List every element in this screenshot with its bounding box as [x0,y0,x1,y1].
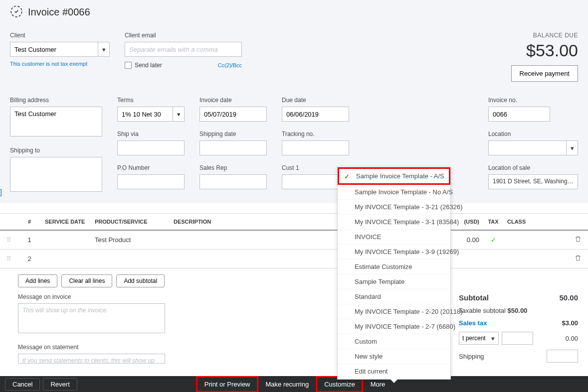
template-option[interactable]: Standard [338,289,450,304]
shipping-to-input[interactable] [10,157,102,192]
row-service-date[interactable] [41,250,91,268]
template-option-label: My INVOICE Template - 3-21 (26326) [355,203,463,211]
tax-exempt-note[interactable]: This customer is not tax exempt [10,61,110,67]
balance-amount: $53.00 [511,41,578,60]
ship-via-label: Ship via [117,131,185,137]
template-option[interactable]: Custom [338,334,450,349]
left-edge-marker-icon: ] [0,188,2,196]
template-option[interactable]: ✓Sample Invoice Template - A/S [338,167,450,185]
clear-all-lines-button[interactable]: Clear all lines [61,274,112,287]
po-number-input[interactable] [117,174,185,189]
sales-tax-link[interactable]: Sales tax [459,319,487,327]
receive-payment-button[interactable]: Receive payment [511,65,578,82]
cc-bcc-link[interactable]: Cc(2)/Bcc [218,62,242,68]
template-option-label: Custom [355,338,377,345]
billing-address-label: Billing address [10,97,102,104]
location-select[interactable] [488,140,578,155]
checkbox-icon[interactable] [125,62,132,69]
terms-select[interactable] [117,107,185,122]
tracking-no-input[interactable] [282,140,349,155]
row-class[interactable] [503,250,568,268]
row-product[interactable]: Test Product [91,230,170,250]
client-label: Client [10,32,110,39]
shipping-label: Shipping [459,353,484,360]
row-tax-check[interactable]: ✓ [483,230,503,250]
row-delete[interactable] [568,230,588,250]
make-recurring-button[interactable]: Make recurring [259,376,316,392]
template-option[interactable]: My INVOICE Template - 2-20 (20118) [338,304,450,319]
template-option[interactable]: My INVOICE Template - 3-1 (83584) [338,215,450,230]
row-class[interactable] [503,230,568,250]
discount-percent-input[interactable] [502,332,533,345]
message-invoice-label: Message on invoice [18,293,165,300]
location-label: Location [488,131,578,137]
balance-due-label: BALANCE DUE [511,32,578,39]
shipping-date-label: Shipping date [199,131,267,137]
invoice-no-label: Invoice no. [488,97,578,104]
customize-template-menu: ✓Sample Invoice Template - A/SSample Inv… [337,167,451,380]
row-num: 1 [18,230,41,250]
add-lines-button[interactable]: Add lines [18,274,57,287]
print-preview-button[interactable]: Print or Preview [196,376,259,392]
client-email-label: Client email [125,32,242,39]
row-product[interactable] [91,250,170,268]
template-option-label: Sample Invoice Template - A/S [356,172,444,180]
sales-rep-label: Sales Rep [199,164,267,171]
ship-via-input[interactable] [117,140,185,155]
client-email-input[interactable] [125,42,242,57]
row-amount[interactable] [458,250,483,268]
invoice-no-input[interactable] [488,107,550,122]
discount-type-select[interactable] [459,332,499,345]
template-option[interactable]: My INVOICE Template - 3-9 (19269) [338,245,450,260]
col-service-date: SERVICE DATE [41,214,91,231]
template-option[interactable]: Sample Template [338,274,450,289]
message-invoice-input[interactable] [18,303,165,333]
message-statement-input[interactable] [18,354,165,364]
invoice-date-input[interactable] [199,107,267,122]
drag-handle-icon[interactable]: ⠿ [0,230,18,250]
due-date-input[interactable] [282,107,349,122]
shipping-date-input[interactable] [199,140,267,155]
template-option[interactable]: Sample Invoice Template - No A/S [338,185,450,200]
col-product: PRODUCT/SERVICE [91,214,170,231]
taxable-subtotal-label: Taxable subtotal $50.00 [459,307,527,314]
client-select[interactable] [10,42,110,57]
template-option-label: Sample Invoice Template - No A/S [355,188,453,196]
row-delete[interactable] [568,250,588,268]
billing-address-input[interactable]: Test Customer [10,107,102,136]
template-option[interactable]: Edit current [338,364,450,379]
terms-label: Terms [117,97,185,104]
message-statement-label: Message on statement [18,344,165,351]
invoice-date-label: Invoice date [199,97,267,104]
table-row[interactable]: ⠿1Test Product0.00✓ [0,230,588,250]
cancel-button[interactable]: Cancel [5,378,40,391]
row-amount[interactable]: 0.00 [458,230,483,250]
template-option[interactable]: INVOICE [338,230,450,245]
send-later-checkbox[interactable]: Send later [125,62,162,69]
subtotal-value: 50.00 [548,293,578,302]
line-items-table: # SERVICE DATE PRODUCT/SERVICE DESCRIPTI… [0,213,588,268]
row-service-date[interactable] [41,230,91,250]
template-option-label: New style [355,353,383,360]
tracking-no-label: Tracking no. [282,131,349,137]
revert-button[interactable]: Revert [43,378,77,391]
add-subtotal-button[interactable]: Add subtotal [116,274,165,287]
drag-handle-icon[interactable]: ⠿ [0,250,18,268]
row-tax-check[interactable] [483,250,503,268]
template-option-label: My INVOICE Template - 2-7 (6680) [355,323,455,330]
shipping-input[interactable] [547,350,578,363]
template-option[interactable]: My INVOICE Template - 3-21 (26326) [338,200,450,215]
popup-tail-icon [390,379,398,383]
template-option[interactable]: Estimate Customize [338,260,450,274]
template-option-label: My INVOICE Template - 2-20 (20118) [355,308,463,315]
invoice-icon [10,5,23,19]
sales-rep-input[interactable] [199,174,267,189]
col-num: # [18,214,41,231]
table-row[interactable]: ⠿2 [0,250,588,268]
template-option[interactable]: New style [338,349,450,364]
shipping-to-label: Shipping to [10,147,102,154]
template-option-label: Estimate Customize [355,263,412,270]
location-of-sale-value[interactable]: 1901 D Street, SE, Washington, W. [488,174,578,189]
template-option[interactable]: My INVOICE Template - 2-7 (6680) [338,319,450,334]
template-option-label: Standard [355,293,381,300]
